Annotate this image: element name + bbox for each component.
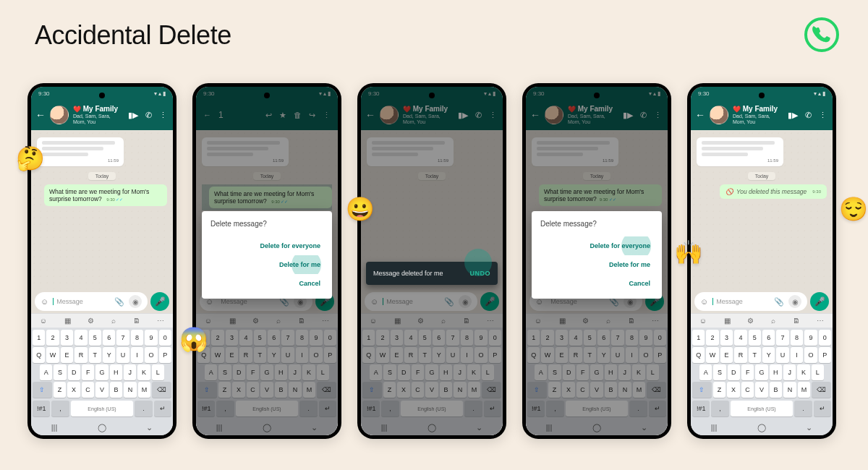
key-6[interactable]: 6 <box>762 330 775 346</box>
key-q[interactable]: Q <box>33 347 45 363</box>
camera-icon[interactable]: ◉ <box>788 295 801 308</box>
key-f[interactable]: F <box>82 364 94 380</box>
key-c[interactable]: C <box>741 382 754 398</box>
more-icon[interactable]: ⋮ <box>159 111 167 120</box>
incoming-message[interactable]: 11:59 <box>37 137 124 166</box>
period-key[interactable]: . <box>794 401 812 416</box>
enter-key[interactable]: ↵ <box>814 401 831 416</box>
cancel-button[interactable]: Cancel <box>210 274 323 293</box>
back-icon[interactable]: ← <box>35 109 46 121</box>
key-o[interactable]: O <box>804 347 817 363</box>
key-5[interactable]: 5 <box>749 330 761 346</box>
home-icon[interactable]: ◯ <box>757 423 766 432</box>
key-w[interactable]: W <box>706 347 718 363</box>
video-call-icon[interactable]: ▮▶ <box>128 111 138 120</box>
key-k[interactable]: K <box>797 364 809 380</box>
keyboard[interactable]: 1234567890QWERTYUIOP ASDFGHJKL ⇧ZXCVBNM⌫… <box>691 328 833 419</box>
key-r[interactable]: R <box>75 347 87 363</box>
key-p[interactable]: P <box>819 347 831 363</box>
recent-apps-icon[interactable]: ||| <box>711 423 718 432</box>
delete-for-everyone-button[interactable]: Delete for everyone <box>540 236 653 255</box>
emoji-tab-icon[interactable]: ☺ <box>40 317 47 325</box>
emoji-icon[interactable]: ☺ <box>700 297 708 306</box>
key-8[interactable]: 8 <box>131 330 143 346</box>
keyboard-toolbar[interactable]: ☺▦⚙⌕🗎⋯ <box>691 313 833 328</box>
comma-key[interactable]: , <box>51 401 69 416</box>
message-input[interactable]: ☺ Message 📎 ◉ <box>35 292 148 311</box>
key-b[interactable]: B <box>770 382 782 398</box>
key-n[interactable]: N <box>783 382 796 398</box>
key-h[interactable]: H <box>110 364 122 380</box>
message-input[interactable]: ☺Message📎◉ <box>694 292 807 311</box>
key-e[interactable]: E <box>720 347 733 363</box>
key-y[interactable]: Y <box>762 347 775 363</box>
symbols-key[interactable]: !#1 <box>33 401 50 416</box>
keyboard-toolbar[interactable]: ☺▦⚙⌕🗎⋯ <box>31 313 173 328</box>
back-nav-icon[interactable]: ⌄ <box>806 423 812 432</box>
key-f[interactable]: F <box>741 364 754 380</box>
key-2[interactable]: 2 <box>46 330 59 346</box>
video-call-icon[interactable]: ▮▶ <box>788 111 798 120</box>
key-9[interactable]: 9 <box>145 330 157 346</box>
comma-key[interactable]: , <box>711 401 728 416</box>
voice-call-icon[interactable]: ✆ <box>805 111 812 120</box>
settings-tab-icon[interactable]: ⚙ <box>88 317 94 325</box>
key-o[interactable]: O <box>145 347 157 363</box>
key-0[interactable]: 0 <box>819 330 831 346</box>
key-x[interactable]: X <box>67 382 80 398</box>
key-r[interactable]: R <box>734 347 746 363</box>
key-x[interactable]: X <box>727 382 739 398</box>
key-g[interactable]: G <box>95 364 108 380</box>
recent-apps-icon[interactable]: ||| <box>51 423 58 432</box>
key-a[interactable]: A <box>699 364 712 380</box>
deleted-message[interactable]: 🚫 You deleted this message 9:30 <box>720 184 827 199</box>
key-q[interactable]: Q <box>692 347 705 363</box>
key-b[interactable]: B <box>110 382 122 398</box>
key-1[interactable]: 1 <box>692 330 705 346</box>
period-key[interactable]: . <box>135 401 152 416</box>
key-4[interactable]: 4 <box>734 330 746 346</box>
delete-for-everyone-button[interactable]: Delete for everyone <box>210 236 323 255</box>
key-v[interactable]: V <box>755 382 767 398</box>
key-s[interactable]: S <box>54 364 66 380</box>
key-4[interactable]: 4 <box>75 330 87 346</box>
attach-icon[interactable]: 📎 <box>774 297 784 307</box>
shift-key[interactable]: ⇧ <box>33 382 52 398</box>
key-p[interactable]: P <box>159 347 171 363</box>
key-t[interactable]: T <box>749 347 761 363</box>
translate-tab-icon[interactable]: 🗎 <box>133 317 140 325</box>
key-n[interactable]: N <box>124 382 136 398</box>
enter-key[interactable]: ↵ <box>154 401 171 416</box>
key-h[interactable]: H <box>770 364 782 380</box>
key-u[interactable]: U <box>776 347 788 363</box>
key-s[interactable]: S <box>713 364 726 380</box>
key-i[interactable]: I <box>131 347 143 363</box>
chat-header[interactable]: ← ❤️ My Family Dad, Sam, Sara, Mom, You … <box>31 100 173 130</box>
chat-header[interactable]: ← ❤️ My FamilyDad, Sam, Sara, Mom, You ▮… <box>691 100 833 130</box>
mic-button[interactable]: 🎤 <box>810 292 829 311</box>
key-c[interactable]: C <box>82 382 94 398</box>
backspace-key[interactable]: ⌫ <box>152 382 171 398</box>
backspace-key[interactable]: ⌫ <box>812 382 831 398</box>
mic-button[interactable]: 🎤 <box>150 292 169 311</box>
search-tab-icon[interactable]: ⌕ <box>111 317 116 325</box>
attach-icon[interactable]: 📎 <box>114 297 124 307</box>
key-v[interactable]: V <box>95 382 108 398</box>
android-navbar[interactable]: |||◯⌄ <box>31 419 173 435</box>
key-w[interactable]: W <box>46 347 59 363</box>
delete-for-me-button[interactable]: Delete for me <box>540 255 653 274</box>
key-j[interactable]: J <box>783 364 796 380</box>
key-8[interactable]: 8 <box>791 330 803 346</box>
delete-for-me-button[interactable]: Delete for me <box>210 255 323 274</box>
more-tab-icon[interactable]: ⋯ <box>157 317 164 325</box>
camera-icon[interactable]: ◉ <box>129 295 142 308</box>
key-m[interactable]: M <box>798 382 810 398</box>
key-i[interactable]: I <box>791 347 803 363</box>
key-t[interactable]: T <box>89 347 101 363</box>
chat-body[interactable]: 11:59 Today 🚫 You deleted this message 9… <box>691 130 833 289</box>
incoming-message[interactable]: 11:59 <box>697 137 783 166</box>
key-1[interactable]: 1 <box>33 330 45 346</box>
key-9[interactable]: 9 <box>804 330 817 346</box>
key-d[interactable]: D <box>68 364 80 380</box>
space-key[interactable]: English (US) <box>71 401 134 416</box>
